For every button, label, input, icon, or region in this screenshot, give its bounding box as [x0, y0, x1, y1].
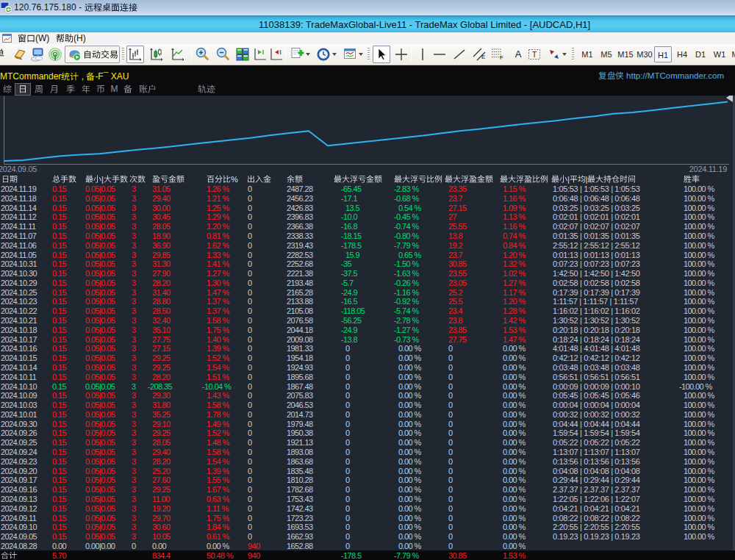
table-row-2024.10.23[interactable]: 2024.10.230.150.05|0.05328.801.37 %02133… [0, 297, 735, 306]
menu-item-window[interactable]: (W) [18, 33, 49, 43]
tab-周[interactable] [32, 84, 46, 95]
chart-shift-button[interactable] [252, 46, 268, 62]
table-row-2024.10.15[interactable]: 2024.10.150.150.05|0.05329.251.52 %01954… [0, 353, 735, 363]
text-tool[interactable]: A [510, 46, 526, 62]
bar-chart-mode-button[interactable] [126, 46, 144, 63]
col-header-trades[interactable] [129, 175, 146, 184]
col-header-lots[interactable] [52, 175, 76, 184]
table-row-2024.10.11[interactable]: 2024.10.110.150.05|0.05328.201.51 %01895… [0, 373, 735, 382]
tab-币[interactable] [94, 84, 107, 95]
table-row-2024.09.24[interactable]: 2024.09.240.150.05|0.05329.401.58 %01893… [0, 448, 735, 457]
tile-windows-button[interactable] [234, 46, 251, 62]
table-row-2024.10.22[interactable]: 2024.10.220.150.05|0.05328.501.37 %02105… [0, 306, 735, 316]
timeframe-button-D1[interactable]: D1 [692, 46, 709, 62]
col-header-max-float-loss-pct[interactable] [394, 175, 442, 184]
timeframe-button-H1[interactable]: H1 [654, 46, 672, 62]
col-header-deposit[interactable] [247, 175, 271, 184]
arrows-dropdown-arrow[interactable] [562, 53, 567, 56]
new-order-button[interactable] [0, 48, 6, 60]
col-header-max-float-profit[interactable] [445, 175, 493, 184]
community-icon[interactable] [29, 46, 46, 62]
templates-dropdown-arrow[interactable] [359, 53, 363, 56]
table-row-2024.09.16[interactable]: 2024.09.160.150.05|0.05329.251.67 %01782… [0, 485, 735, 495]
toolbar-grip[interactable] [572, 48, 574, 60]
timeframe-button-M15[interactable]: M15 [616, 46, 635, 62]
table-row-2024.10.29[interactable]: 2024.10.290.150.05|0.05328.201.30 %02193… [0, 279, 735, 288]
periods-button[interactable] [315, 46, 331, 62]
table-row-2024.09.12[interactable]: 2024.09.120.150.05|0.05319.201.11 %01742… [0, 504, 735, 514]
tab-备[interactable] [121, 84, 135, 95]
timeframe-button-W1[interactable]: W1 [711, 46, 728, 62]
table-row-2024.10.01[interactable]: 2024.10.010.150.05|0.05335.251.78 %02014… [0, 410, 735, 420]
table-row-2024.09.17[interactable]: 2024.09.170.150.05|0.05327.601.55 %01810… [0, 475, 735, 485]
table-row-2024.10.31[interactable]: 2024.10.310.150.05|0.05331.301.41 %02252… [0, 259, 735, 269]
tab-轨迹[interactable] [194, 84, 218, 95]
autotrading-button[interactable] [65, 46, 120, 63]
col-header-hold-time[interactable]: || [551, 175, 636, 184]
table-row-2024.09.11[interactable]: 2024.09.110.150.05|0.05329.701.75 %01723… [0, 514, 735, 523]
candlestick-mode-button[interactable] [148, 46, 165, 62]
table-row-2024.11.11[interactable]: 2024.11.110.150.05|0.05328.051.20 %02366… [0, 222, 735, 231]
table-row-2024.09.25[interactable]: 2024.09.250.150.05|0.05328.051.48 %01921… [0, 438, 735, 448]
auto-scroll-button[interactable] [268, 46, 284, 62]
table-row-2024.09.30[interactable]: 2024.09.300.150.05|0.05329.101.49 %01979… [0, 420, 735, 429]
table-row-2024.10.09[interactable]: 2024.10.090.150.05|0.05329.301.43 %02075… [0, 391, 735, 401]
signals-icon[interactable] [47, 46, 63, 62]
table-row-2024.11.14[interactable]: 2024.11.140.150.05|0.05330.001.25 %02426… [0, 204, 735, 213]
zoom-in-button[interactable] [194, 46, 210, 62]
table-row-2024.11.06[interactable]: 2024.11.060.150.05|0.05336.901.62 %02319… [0, 241, 735, 251]
indicators-button[interactable] [289, 46, 305, 62]
tab-日[interactable] [15, 84, 30, 95]
table-row-2024.09.23[interactable]: 2024.09.230.150.05|0.05328.201.54 %01863… [0, 457, 735, 467]
timeframe-button-M1[interactable]: M1 [578, 46, 596, 62]
col-header-date[interactable] [1, 175, 18, 184]
timeframe-button-M5[interactable]: M5 [598, 46, 615, 62]
channel-tool[interactable]: E [471, 46, 487, 62]
table-row-2024.10.30[interactable]: 2024.10.300.150.05|0.05327.901.27 %02221… [0, 269, 735, 279]
timeframe-button-MN[interactable]: MN [729, 46, 735, 62]
menu-item-help[interactable]: (H) [56, 33, 86, 43]
vertical-line-tool[interactable] [415, 46, 431, 62]
templates-button[interactable] [342, 46, 358, 62]
cursor-tool-button[interactable] [373, 46, 390, 63]
table-row-2024.11.05[interactable]: 2024.11.050.150.05|0.05329.851.33 %02282… [0, 251, 735, 260]
panel-website-link[interactable]: http://MTCommander.com [598, 71, 724, 80]
tab-综[interactable] [0, 84, 15, 95]
table-row-2024.10.21[interactable]: 2024.10.210.150.05|0.05332.401.58 %02076… [0, 316, 735, 326]
col-header-balance[interactable] [287, 175, 303, 184]
line-chart-mode-button[interactable] [170, 46, 186, 62]
fibonacci-tool[interactable]: F [489, 46, 505, 62]
table-row-2024.11.18[interactable]: 2024.11.180.150.05|0.05329.401.21 %02456… [0, 194, 735, 204]
col-header-max-float-profit-pct[interactable] [500, 175, 548, 184]
crosshair-tool-button[interactable] [393, 46, 409, 62]
table-row-2024.11.19[interactable]: 2024.11.190.150.05|0.05331.051.26 %02487… [0, 184, 735, 194]
tab-月[interactable] [47, 84, 62, 95]
table-row-2024.09.10[interactable]: 2024.09.100.150.05|0.05330.601.84 %01693… [0, 523, 735, 532]
label-tool[interactable]: T [526, 46, 542, 62]
tab-年[interactable] [79, 84, 93, 95]
col-header-percent[interactable]: % [207, 175, 237, 184]
col-header-min-max-lots[interactable]: | [85, 175, 128, 184]
periods-dropdown-arrow[interactable] [332, 53, 337, 56]
trendline-tool[interactable] [451, 46, 467, 62]
table-row-2024.10.18[interactable]: 2024.10.180.150.05|0.05335.101.75 %02044… [0, 326, 735, 335]
table-row-2024.09.26[interactable]: 2024.09.260.150.05|0.05329.251.52 %01950… [0, 428, 735, 438]
tab-账户[interactable] [135, 84, 159, 95]
timeframe-button-M30[interactable]: M30 [635, 46, 654, 62]
arrows-tool[interactable] [546, 46, 562, 62]
table-row-2024.10.03[interactable]: 2024.10.030.150.05|0.05331.801.58 %02046… [0, 401, 735, 410]
table-row-2024.09.20[interactable]: 2024.09.200.150.05|0.05325.201.39 %01835… [0, 467, 735, 476]
tab-M[interactable]: M [108, 84, 121, 95]
horizontal-line-tool[interactable] [431, 46, 448, 62]
table-row-2024.09.05[interactable]: 2024.09.050.150.05|0.05310.050.61 %01662… [0, 532, 735, 542]
table-row-2024.10.14[interactable]: 2024.10.140.150.05|0.05329.251.54 %01924… [0, 363, 735, 373]
zoom-out-button[interactable] [215, 46, 231, 62]
col-header-max-float-loss[interactable] [334, 175, 382, 184]
col-header-win-rate[interactable] [684, 175, 700, 184]
toolbar-grip[interactable] [368, 48, 370, 60]
table-row-2024.10.17[interactable]: 2024.10.170.150.05|0.05327.751.40 %02009… [0, 335, 735, 345]
table-row-2024.09.13[interactable]: 2024.09.130.150.05|0.05311.000.63 %01753… [0, 495, 735, 504]
table-row-2024.10.16[interactable]: 2024.10.160.150.05|0.05327.151.39 %01981… [0, 344, 735, 353]
table-row-2024.11.07[interactable]: 2024.11.070.150.05|0.05318.900.81 %02338… [0, 231, 735, 241]
tab-季[interactable] [63, 84, 78, 95]
